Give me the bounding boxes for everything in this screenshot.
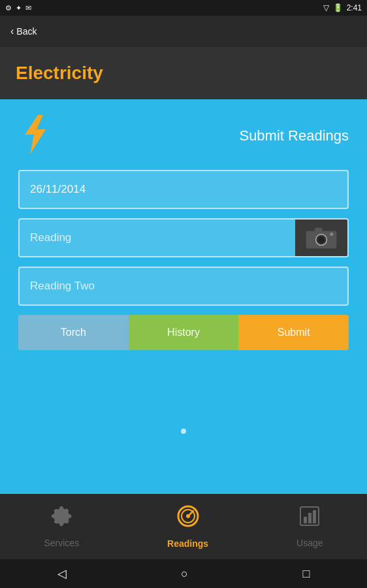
submit-button[interactable]: Submit bbox=[238, 315, 349, 350]
reading-field[interactable] bbox=[18, 218, 349, 257]
main-content: Submit Readings Torch History Submit bbox=[0, 99, 367, 449]
torch-button[interactable]: Torch bbox=[18, 315, 129, 350]
svg-line-9 bbox=[188, 511, 193, 516]
lightning-icon bbox=[18, 115, 51, 157]
top-nav: ‹ Back bbox=[0, 16, 367, 47]
back-button[interactable]: ‹ Back bbox=[10, 25, 37, 37]
date-input[interactable] bbox=[30, 183, 337, 196]
bottom-nav: Services Readings Usage bbox=[0, 494, 367, 559]
svg-point-5 bbox=[330, 233, 333, 236]
notification-icon-3: ✉ bbox=[25, 4, 31, 12]
back-arrow-icon: ‹ bbox=[10, 25, 14, 37]
nav-item-services[interactable]: Services bbox=[44, 505, 79, 548]
page-dot bbox=[181, 429, 186, 434]
services-nav-label: Services bbox=[44, 538, 79, 548]
notification-icon-1: ⚙ bbox=[5, 4, 12, 12]
system-nav-bar: ◁ ○ □ bbox=[0, 559, 367, 588]
reading-two-input[interactable] bbox=[30, 280, 337, 293]
svg-rect-11 bbox=[304, 517, 307, 523]
action-buttons: Torch History Submit bbox=[18, 315, 349, 350]
svg-marker-0 bbox=[25, 115, 46, 154]
nav-item-usage[interactable]: Usage bbox=[296, 505, 323, 548]
clock: 2:41 bbox=[347, 3, 362, 12]
submit-header: Submit Readings bbox=[18, 115, 349, 157]
gauge-icon bbox=[176, 504, 200, 533]
wifi-icon: ▽ bbox=[323, 3, 329, 12]
chart-icon bbox=[298, 505, 321, 532]
history-button[interactable]: History bbox=[129, 315, 239, 350]
notification-icon-2: ✦ bbox=[16, 4, 22, 12]
reading-two-field[interactable] bbox=[18, 267, 349, 306]
gear-icon bbox=[50, 505, 72, 532]
page-header: Electricity bbox=[0, 47, 367, 99]
date-field[interactable] bbox=[18, 170, 349, 209]
status-bar-left: ⚙ ✦ ✉ bbox=[5, 4, 31, 12]
pagination bbox=[18, 429, 349, 434]
usage-nav-label: Usage bbox=[296, 538, 323, 548]
status-bar-right: ▽ 🔋 2:41 bbox=[323, 3, 362, 12]
camera-button[interactable] bbox=[295, 220, 347, 256]
status-bar: ⚙ ✦ ✉ ▽ 🔋 2:41 bbox=[0, 0, 367, 16]
readings-nav-label: Readings bbox=[167, 538, 208, 549]
page-title: Electricity bbox=[16, 63, 103, 84]
reading-input[interactable] bbox=[30, 231, 285, 244]
sys-back-button[interactable]: ◁ bbox=[57, 566, 67, 581]
back-label: Back bbox=[16, 26, 37, 37]
sys-home-button[interactable]: ○ bbox=[181, 567, 188, 581]
svg-point-3 bbox=[318, 237, 325, 243]
submit-readings-label: Submit Readings bbox=[239, 127, 349, 144]
battery-icon: 🔋 bbox=[333, 3, 343, 12]
svg-rect-12 bbox=[308, 513, 311, 523]
svg-rect-4 bbox=[315, 228, 323, 233]
camera-icon bbox=[305, 225, 338, 251]
sys-recent-button[interactable]: □ bbox=[302, 567, 310, 581]
svg-rect-13 bbox=[313, 510, 316, 523]
nav-item-readings[interactable]: Readings bbox=[167, 504, 208, 549]
